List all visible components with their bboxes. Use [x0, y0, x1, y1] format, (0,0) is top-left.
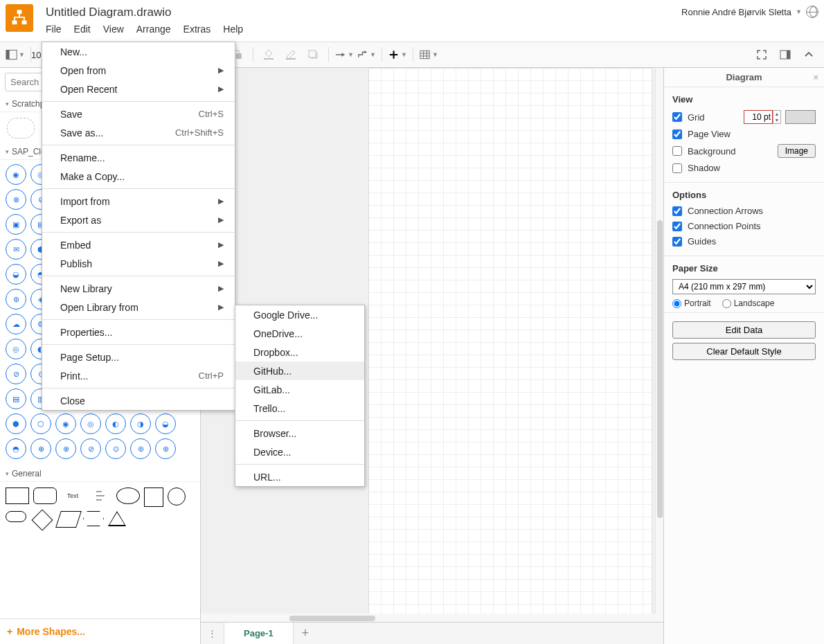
- sap-shape[interactable]: ⬡: [30, 413, 51, 434]
- grid-size-input[interactable]: [744, 110, 773, 124]
- portrait-radio[interactable]: Portrait: [672, 298, 711, 308]
- mi-page-setup[interactable]: Page Setup...: [42, 348, 235, 366]
- menu-extras[interactable]: Extras: [183, 24, 211, 35]
- sap-shape[interactable]: ◐: [105, 413, 126, 434]
- v-scrollbar[interactable]: [655, 68, 663, 644]
- mi-make-copy[interactable]: Make a Copy...: [42, 167, 235, 186]
- landscape-radio[interactable]: Landscape: [722, 298, 775, 308]
- mi-save-as[interactable]: Save as...Ctrl+Shift+S: [42, 123, 235, 142]
- sap-shape[interactable]: ⊛: [6, 289, 26, 310]
- sap-shape[interactable]: ⊗: [6, 189, 26, 210]
- conn-arrows-checkbox[interactable]: [672, 206, 682, 216]
- page-menu-button[interactable]: ⋮: [201, 623, 224, 644]
- mi-embed[interactable]: Embed▶: [42, 235, 235, 254]
- mi-print[interactable]: Print...Ctrl+P: [42, 366, 235, 385]
- sap-shape[interactable]: ⊘: [80, 438, 101, 459]
- menu-arrange[interactable]: Arrange: [136, 24, 171, 35]
- shape-circle[interactable]: [168, 488, 186, 506]
- close-icon[interactable]: ×: [813, 72, 818, 82]
- shape-parallelogram[interactable]: [55, 511, 82, 528]
- conn-points-checkbox[interactable]: [672, 222, 682, 231]
- mi-new-library[interactable]: New Library▶: [42, 279, 235, 298]
- fullscreen-button[interactable]: [752, 45, 771, 64]
- more-shapes-button[interactable]: More Shapes...: [0, 618, 200, 644]
- sap-shape[interactable]: ◒: [6, 264, 26, 285]
- shape-ellipse[interactable]: [116, 488, 140, 504]
- sap-shape[interactable]: ◒: [155, 413, 176, 434]
- shape-diamond[interactable]: [31, 509, 53, 530]
- mi-new[interactable]: New...: [42, 42, 235, 61]
- sap-shape[interactable]: ◓: [6, 438, 26, 459]
- mi-import-from[interactable]: Import from▶: [42, 192, 235, 211]
- clear-style-button[interactable]: Clear Default Style: [672, 343, 816, 360]
- document-title[interactable]: Untitled Diagram.drawio: [46, 3, 681, 24]
- smi-device[interactable]: Device...: [235, 442, 364, 461]
- grid-stepper[interactable]: ▲▼: [773, 110, 781, 124]
- paper-size-select[interactable]: A4 (210 mm x 297 mm): [672, 279, 816, 294]
- mi-publish[interactable]: Publish▶: [42, 254, 235, 273]
- sap-shape[interactable]: ✉: [6, 239, 26, 260]
- globe-icon[interactable]: [806, 6, 818, 18]
- mi-properties[interactable]: Properties...: [42, 323, 235, 341]
- sap-shape[interactable]: ◑: [130, 413, 151, 434]
- sap-shape[interactable]: ▣: [6, 214, 26, 235]
- h-scrollbar[interactable]: [201, 614, 663, 622]
- shape-process[interactable]: [6, 511, 26, 522]
- sap-shape[interactable]: ⊛: [155, 438, 176, 459]
- smi-google-drive[interactable]: Google Drive...: [235, 305, 364, 324]
- smi-github[interactable]: GitHub...: [235, 361, 364, 380]
- mi-rename[interactable]: Rename...: [42, 148, 235, 167]
- table-button[interactable]: ▼: [419, 45, 438, 64]
- edit-data-button[interactable]: Edit Data: [672, 321, 816, 339]
- line-color-button[interactable]: [281, 45, 301, 64]
- sidebar-toggle-button[interactable]: ▼: [6, 45, 25, 64]
- format-panel-toggle[interactable]: [776, 45, 795, 64]
- v-scroll-thumb[interactable]: [657, 220, 663, 518]
- user-area[interactable]: Ronnie André Bjørvik Sletta ▼: [681, 3, 818, 18]
- shape-text[interactable]: Text: [61, 488, 84, 504]
- sap-shape[interactable]: ⊕: [30, 438, 51, 459]
- sap-shape[interactable]: ☁: [6, 314, 26, 334]
- menu-file[interactable]: File: [46, 24, 62, 35]
- shadow-checkbox[interactable]: [672, 163, 682, 173]
- mi-open-library-from[interactable]: Open Library from▶: [42, 298, 235, 316]
- smi-trello[interactable]: Trello...: [235, 399, 364, 418]
- sap-shape[interactable]: ⬢: [6, 413, 26, 434]
- menu-edit[interactable]: Edit: [74, 24, 91, 35]
- general-section-header[interactable]: General: [0, 466, 200, 482]
- sap-shape[interactable]: ⊗: [55, 438, 76, 459]
- sap-shape[interactable]: ◉: [6, 164, 26, 185]
- shape-square[interactable]: [144, 488, 163, 507]
- sap-shape[interactable]: ⊚: [130, 438, 151, 459]
- guides-checkbox[interactable]: [672, 237, 682, 247]
- shape-triangle[interactable]: [108, 511, 126, 526]
- grid-checkbox[interactable]: [672, 112, 682, 122]
- shape-hexagon[interactable]: [83, 511, 104, 526]
- fill-color-button[interactable]: [259, 45, 278, 64]
- background-image-button[interactable]: Image: [778, 144, 816, 158]
- sap-shape[interactable]: ⊙: [105, 438, 126, 459]
- paper[interactable]: [368, 68, 652, 644]
- app-logo[interactable]: [6, 4, 33, 32]
- mi-export-as[interactable]: Export as▶: [42, 211, 235, 229]
- background-checkbox[interactable]: [672, 146, 682, 156]
- mi-save[interactable]: SaveCtrl+S: [42, 105, 235, 123]
- shadow-button[interactable]: [303, 45, 323, 64]
- smi-url[interactable]: URL...: [235, 467, 364, 486]
- sap-shape[interactable]: ▤: [6, 388, 26, 409]
- shape-rounded-rect[interactable]: [33, 488, 57, 504]
- grid-color-swatch[interactable]: [785, 110, 816, 124]
- menu-view[interactable]: View: [103, 24, 124, 35]
- sap-shape[interactable]: ◉: [55, 413, 76, 434]
- h-scroll-thumb[interactable]: [289, 616, 375, 621]
- smi-dropbox[interactable]: Dropbox...: [235, 343, 364, 361]
- insert-button[interactable]: ▼: [388, 45, 407, 64]
- menu-help[interactable]: Help: [223, 24, 243, 35]
- shape-rectangle[interactable]: [6, 488, 29, 504]
- smi-browser[interactable]: Browser...: [235, 424, 364, 442]
- smi-onedrive[interactable]: OneDrive...: [235, 324, 364, 343]
- pageview-checkbox[interactable]: [672, 129, 682, 139]
- collapse-button[interactable]: [799, 45, 818, 64]
- mi-open-recent[interactable]: Open Recent▶: [42, 80, 235, 98]
- sap-shape[interactable]: ⊘: [6, 364, 26, 384]
